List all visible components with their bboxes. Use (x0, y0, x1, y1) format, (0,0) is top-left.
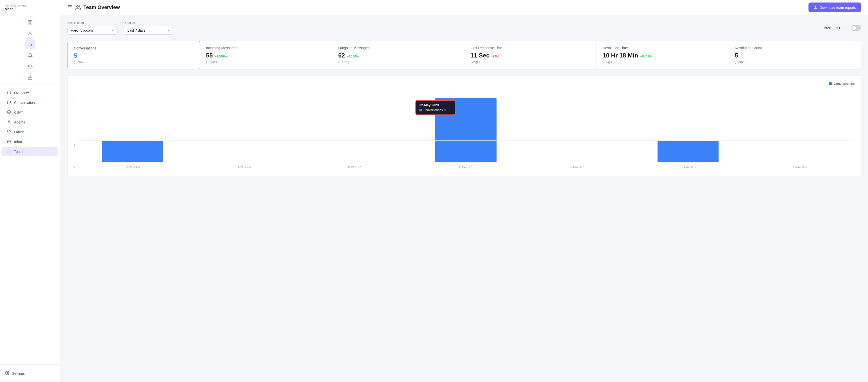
toggle-knob (851, 26, 856, 30)
overview-icon (7, 91, 11, 95)
stat-title-3: First Response Time (470, 46, 590, 50)
svg-point-22 (7, 373, 8, 374)
team-filter-label: Select Team (67, 21, 118, 25)
y-tick-0: 0 (73, 167, 75, 170)
stat-card-2: Outgoing Messages62+3000%( Total ) (332, 41, 464, 69)
stat-card-0: Conversations5( Total ) (67, 41, 200, 69)
sidebar-item-conversations[interactable]: Conversations (2, 98, 58, 107)
bar-col-5[interactable]: 04-May-2023 (632, 98, 743, 170)
stat-sub-2: ( Total ) (338, 60, 458, 64)
download-label: Download team reports (819, 5, 856, 9)
y-tick-1: 1 (73, 144, 75, 147)
page-title: Team Overview (75, 4, 120, 10)
hamburger-icon[interactable] (67, 4, 72, 10)
bar-col-1[interactable]: 30-Apr-2023 (188, 98, 299, 170)
sidebar-icon-notifications[interactable] (25, 51, 35, 61)
sidebar-item-labels[interactable]: Labels (2, 127, 58, 137)
currently-viewing-label: Currently viewing: (5, 4, 55, 7)
stats-row: Conversations5( Total )Incoming Messages… (67, 41, 861, 69)
conversations-label: Conversations (14, 101, 37, 105)
y-axis: 0123 (73, 98, 77, 170)
svg-rect-0 (28, 21, 30, 22)
y-tick-2: 2 (73, 121, 75, 124)
stat-sub-1: ( Total ) (206, 60, 326, 64)
bar-5[interactable] (657, 141, 719, 162)
svg-point-26 (76, 5, 79, 7)
bar-col-3[interactable]: 02-May-2023 (410, 98, 521, 170)
x-label-5: 04-May-2023 (681, 164, 695, 170)
sidebar-icon-contacts[interactable] (25, 28, 35, 38)
sidebar-item-agents[interactable]: Agents (2, 118, 58, 127)
business-hours-toggle-group: Business Hours (824, 25, 861, 31)
x-label-0: 29-Apr-2023 (126, 164, 140, 170)
stat-card-5: Resolution Count5( Total ) (729, 41, 861, 69)
workspace-name: Vbet (5, 7, 55, 11)
stat-sub-0: ( Total ) (74, 60, 194, 64)
duration-filter-select[interactable]: Last 7 days ▼ (124, 26, 174, 35)
bar-col-2[interactable]: 01-May-2023 (299, 98, 410, 170)
sidebar-icon-analytics[interactable] (25, 39, 35, 50)
sidebar-icon-bot[interactable] (25, 72, 35, 83)
chart-container: Conversations 012329-Apr-202330-Apr-2023… (67, 75, 861, 176)
x-label-1: 30-Apr-2023 (237, 164, 251, 170)
x-label-2: 01-May-2023 (347, 164, 362, 170)
chart-legend: Conversations (73, 82, 855, 86)
stat-title-4: Resolution Time (602, 46, 722, 50)
stat-value-1: 55+1000% (206, 52, 326, 59)
sidebar-icon-reports[interactable] (25, 17, 35, 27)
sidebar-item-inbox[interactable]: Inbox (2, 137, 58, 147)
main-area: Team Overview Download team reports Sele… (60, 0, 868, 382)
stat-title-5: Resolution Count (735, 46, 855, 50)
svg-rect-8 (28, 77, 32, 79)
title-text: Team Overview (83, 4, 120, 10)
filters-row: Select Team vbetindia.com ▼ Duration Las… (67, 21, 861, 35)
team-filter-value: vbetindia.com (71, 28, 93, 32)
svg-rect-3 (30, 23, 32, 24)
stat-value-0: 5 (74, 52, 194, 59)
x-label-3: 02-May-2023 (459, 164, 473, 170)
csat-icon (7, 110, 11, 115)
team-filter-group: Select Team vbetindia.com ▼ (67, 21, 118, 35)
topbar: Team Overview Download team reports (60, 0, 868, 15)
sidebar-item-overview[interactable]: Overview (2, 88, 58, 98)
business-hours-toggle[interactable] (851, 25, 861, 31)
x-label-4: 03-May-2023 (569, 164, 584, 170)
download-button[interactable]: Download team reports (808, 2, 861, 12)
settings-button[interactable]: Settings (5, 369, 55, 378)
sidebar-item-csat[interactable]: CSAT (2, 108, 58, 117)
inbox-icon (7, 139, 11, 144)
svg-rect-1 (30, 21, 32, 22)
bar-3[interactable] (435, 98, 496, 162)
content-area: Select Team vbetindia.com ▼ Duration Las… (60, 15, 868, 382)
sidebar-item-team[interactable]: Team (2, 147, 58, 156)
svg-point-21 (8, 150, 9, 151)
bar-col-4[interactable]: 03-May-2023 (521, 98, 632, 170)
stat-change-3: -77% (492, 55, 499, 58)
csat-label: CSAT (14, 110, 23, 115)
bar-col-6[interactable]: 05-May-2023 (744, 98, 855, 170)
svg-point-19 (8, 121, 9, 122)
stat-card-4: Resolution Time10 Hr 18 Min+8403%( Avg ) (596, 41, 728, 69)
chart-area: 012329-Apr-202330-Apr-202301-May-202302-… (73, 90, 855, 170)
team-filter-select[interactable]: vbetindia.com ▼ (67, 26, 118, 35)
bars-wrapper: 29-Apr-202330-Apr-202301-May-202302-May-… (77, 98, 855, 170)
svg-point-16 (7, 110, 10, 114)
inbox-label: Inbox (14, 140, 23, 144)
settings-icon (5, 371, 9, 376)
sidebar-icon-area (0, 15, 60, 85)
stat-title-1: Incoming Messages (206, 46, 326, 50)
svg-point-4 (29, 32, 31, 33)
stat-value-2: 62+3000% (338, 52, 458, 59)
sidebar-icon-inbox[interactable] (25, 62, 35, 71)
team-icon (7, 149, 11, 154)
duration-filter-label: Duration (124, 21, 174, 25)
sidebar-header: Currently viewing: Vbet (0, 0, 60, 15)
stat-title-0: Conversations (74, 46, 194, 50)
sidebar-nav: Overview Conversations CSAT Agents Label… (0, 85, 60, 364)
stat-value-3: 11 Sec-77% (470, 52, 590, 59)
stat-change-4: +8403% (640, 55, 652, 58)
bar-col-0[interactable]: 29-Apr-2023 (77, 98, 188, 170)
stat-value-5: 5 (735, 52, 855, 59)
legend-label: Conversations (834, 82, 855, 86)
bar-0[interactable] (102, 141, 163, 162)
